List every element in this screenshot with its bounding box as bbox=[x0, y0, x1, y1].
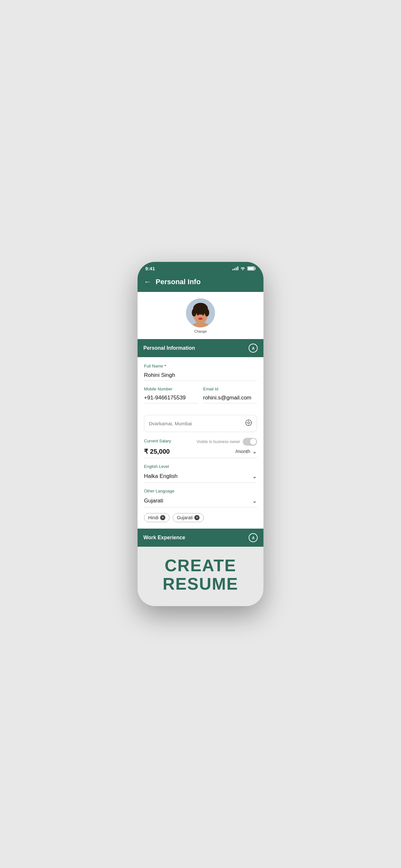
create-resume-section: CREATE RESUME bbox=[137, 547, 264, 606]
battery-icon bbox=[247, 267, 256, 271]
salary-period-text: /month bbox=[235, 448, 250, 454]
other-language-dropdown-icon: ⌄ bbox=[252, 497, 257, 504]
status-bar: 9:41 bbox=[137, 262, 264, 274]
chevron-up-icon: ∧ bbox=[251, 345, 255, 351]
salary-label: Current Salary bbox=[144, 438, 171, 443]
english-level-field-group: English Level Halka English ⌄ bbox=[144, 464, 257, 483]
mobile-field-group: Mobile Number bbox=[144, 386, 198, 403]
full-name-input[interactable] bbox=[144, 370, 257, 381]
svg-point-11 bbox=[202, 314, 204, 315]
other-language-select[interactable]: Gujarati ⌄ bbox=[144, 495, 257, 507]
mobile-email-row: Mobile Number Email Id bbox=[144, 386, 257, 409]
tag-gujarati: Gujarati ✕ bbox=[173, 513, 204, 522]
english-level-label: English Level bbox=[144, 464, 257, 469]
tag-hindi: Hindi ✕ bbox=[144, 513, 169, 522]
page-header: ← Personal Info bbox=[137, 274, 264, 292]
svg-rect-1 bbox=[248, 267, 254, 270]
wifi-icon bbox=[240, 267, 245, 270]
work-experience-collapse-button[interactable]: ∧ bbox=[249, 533, 258, 542]
email-label: Email Id bbox=[203, 386, 257, 392]
location-field-group[interactable] bbox=[144, 415, 257, 432]
phone-frame: 9:41 ← Personal Info bbox=[137, 262, 264, 606]
svg-point-9 bbox=[205, 309, 209, 316]
location-input[interactable] bbox=[149, 421, 245, 426]
mobile-label: Mobile Number bbox=[144, 386, 198, 392]
salary-amount: ₹ 25,000 bbox=[144, 447, 170, 455]
language-tags-row: Hindi ✕ Gujarati ✕ bbox=[144, 513, 257, 525]
salary-period-dropdown-icon: ⌄ bbox=[252, 448, 257, 455]
other-language-field-group: Other Language Gujarati ⌄ bbox=[144, 489, 257, 507]
svg-point-12 bbox=[198, 318, 203, 320]
personal-info-section-header[interactable]: Personal Information ∧ bbox=[137, 339, 264, 357]
work-experience-title: Work Experience bbox=[143, 535, 185, 540]
personal-info-form: Full Name * Mobile Number Email Id bbox=[137, 357, 264, 529]
signal-bars-icon bbox=[233, 267, 238, 270]
change-photo-label[interactable]: Change bbox=[194, 330, 207, 333]
full-name-field-group: Full Name * bbox=[144, 364, 257, 381]
avatar-image bbox=[186, 299, 215, 328]
tag-hindi-remove[interactable]: ✕ bbox=[160, 515, 165, 520]
salary-section: Current Salary Visible to business owner… bbox=[144, 438, 257, 458]
avatar-section: Change bbox=[137, 292, 264, 339]
salary-value-row: ₹ 25,000 /month ⌄ bbox=[144, 447, 257, 458]
visible-toggle-group: Visible to business owner bbox=[197, 438, 257, 445]
tag-gujarati-label: Gujarati bbox=[177, 515, 193, 520]
other-language-label: Other Language bbox=[144, 489, 257, 493]
back-button[interactable]: ← bbox=[144, 278, 151, 286]
work-experience-chevron-icon: ∧ bbox=[251, 535, 255, 540]
time: 9:41 bbox=[145, 266, 155, 271]
svg-rect-2 bbox=[255, 268, 256, 269]
email-input[interactable] bbox=[203, 393, 257, 403]
english-level-select[interactable]: Halka English ⌄ bbox=[144, 470, 257, 483]
location-icon bbox=[245, 419, 252, 428]
svg-point-10 bbox=[197, 314, 199, 315]
avatar-wrapper[interactable] bbox=[186, 299, 215, 328]
svg-point-13 bbox=[193, 316, 194, 317]
create-resume-title: CREATE RESUME bbox=[144, 556, 257, 593]
salary-period-group[interactable]: /month ⌄ bbox=[235, 448, 257, 455]
work-experience-section-header[interactable]: Work Experience ∧ bbox=[137, 529, 264, 547]
visible-to-owner-label: Visible to business owner bbox=[197, 439, 240, 444]
visible-toggle[interactable] bbox=[243, 438, 257, 445]
svg-point-15 bbox=[248, 422, 250, 424]
email-field-group: Email Id bbox=[203, 386, 257, 403]
personal-info-collapse-button[interactable]: ∧ bbox=[249, 344, 258, 352]
required-indicator: * bbox=[164, 364, 166, 369]
svg-point-7 bbox=[194, 303, 207, 312]
full-name-label: Full Name * bbox=[144, 364, 257, 369]
tag-hindi-label: Hindi bbox=[148, 515, 158, 520]
status-icons bbox=[233, 267, 256, 271]
avatar bbox=[186, 299, 215, 328]
personal-info-section-title: Personal Information bbox=[143, 345, 195, 351]
tag-gujarati-remove[interactable]: ✕ bbox=[194, 515, 199, 520]
other-language-value: Gujarati bbox=[144, 498, 163, 504]
page-title: Personal Info bbox=[156, 278, 201, 286]
english-level-dropdown-icon: ⌄ bbox=[252, 473, 257, 480]
salary-header-row: Current Salary Visible to business owner bbox=[144, 438, 257, 445]
mobile-input[interactable] bbox=[144, 393, 198, 403]
svg-point-8 bbox=[192, 309, 196, 316]
english-level-value: Halka English bbox=[144, 473, 178, 479]
